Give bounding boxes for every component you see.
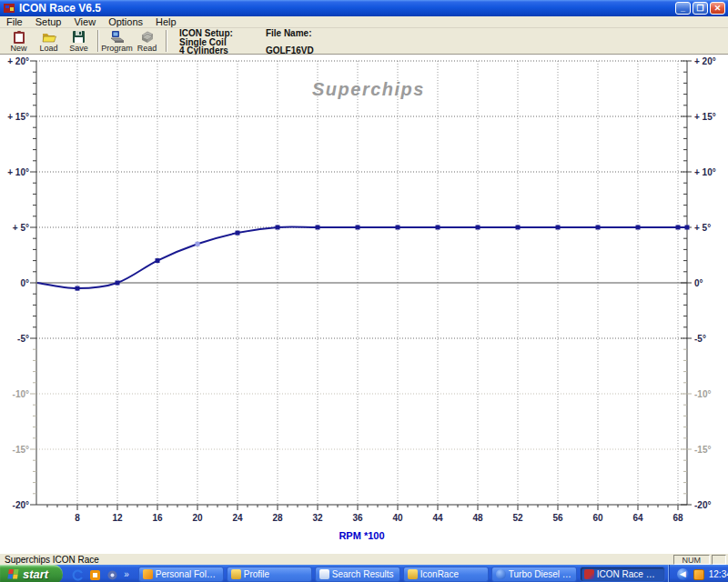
- y-axis-label-left: + 20°: [7, 56, 29, 66]
- hide-tray-icons-button[interactable]: ◀: [677, 568, 689, 580]
- x-axis-label: 64: [632, 513, 643, 523]
- taskbar-task-iconrace-folder[interactable]: IconRace: [403, 567, 489, 582]
- superchips-watermark: Superchips: [312, 79, 425, 99]
- quick-launch-bar: »: [66, 568, 136, 580]
- y-axis-label-left: 0°: [20, 278, 29, 288]
- toolbar-separator: [166, 30, 167, 52]
- system-tray: ◀ 12:34: [668, 565, 728, 582]
- file-name-label: File Name:: [266, 29, 314, 38]
- read-button[interactable]: Read: [132, 28, 162, 54]
- chart-data-point[interactable]: [436, 226, 440, 230]
- y-axis-label-left: -5°: [17, 334, 29, 344]
- x-axis-label: 12: [112, 513, 123, 523]
- taskbar-task-search-results[interactable]: Search Results: [315, 567, 400, 582]
- new-button-label: New: [10, 45, 26, 53]
- taskbar: start » P: [0, 565, 728, 582]
- save-button[interactable]: Save: [64, 28, 94, 54]
- chart-data-point[interactable]: [676, 226, 681, 230]
- taskbar-task-personal-folders[interactable]: Personal Folders - Mic...: [138, 567, 224, 582]
- y-axis-label-right: + 5°: [694, 223, 711, 233]
- taskbar-task-profile[interactable]: Profile: [227, 567, 312, 582]
- start-button[interactable]: start: [0, 565, 63, 582]
- new-button[interactable]: New: [4, 28, 34, 54]
- chart-data-point[interactable]: [276, 226, 280, 230]
- mail-app-icon[interactable]: [89, 568, 101, 580]
- chart-data-point[interactable]: [116, 281, 120, 286]
- x-axis-label: 68: [672, 513, 683, 523]
- load-button[interactable]: Load: [34, 28, 64, 54]
- internet-browser-icon[interactable]: [72, 568, 84, 580]
- outlook-icon: [143, 569, 153, 579]
- status-bar: Superchips ICON Race NUM: [0, 553, 728, 565]
- internet-explorer-icon: [496, 569, 506, 579]
- chart-data-point[interactable]: [556, 226, 561, 230]
- taskbar-task-turbo-diesel[interactable]: Turbo Diesel - Windo...: [491, 567, 577, 582]
- chart-data-point[interactable]: [76, 286, 80, 291]
- toolbar-separator: [97, 30, 98, 52]
- file-name-info: File Name: GOLF16VD: [266, 29, 314, 54]
- open-folder-icon: [41, 29, 57, 45]
- x-axis-label: 60: [592, 513, 603, 523]
- taskbar-task-icon-race-active[interactable]: ICON Race V6.5: [580, 567, 665, 582]
- quick-launch-overflow-chevron[interactable]: »: [124, 570, 129, 579]
- tray-app-icon[interactable]: [693, 569, 704, 580]
- chart-data-point[interactable]: [476, 226, 480, 230]
- program-button[interactable]: Program: [102, 28, 132, 54]
- windows-logo-icon: [6, 568, 19, 581]
- menu-help[interactable]: Help: [149, 16, 183, 28]
- folder-icon: [408, 569, 418, 579]
- x-axis-label: 44: [432, 513, 443, 523]
- title-bar[interactable]: ICON Race V6.5 _ ❐ ✕: [0, 0, 728, 16]
- clock: 12:34: [709, 569, 728, 579]
- x-axis-label: 8: [75, 513, 80, 523]
- app-window: ICON Race V6.5 _ ❐ ✕ File Setup View Opt…: [0, 0, 728, 582]
- y-axis-label-right: + 10°: [694, 167, 716, 177]
- chart-data-point[interactable]: [396, 226, 400, 230]
- chart-data-point[interactable]: [356, 226, 360, 230]
- y-axis-label-left: -10°: [13, 389, 29, 399]
- chart-data-point[interactable]: [636, 226, 641, 230]
- y-axis-label-left: + 15°: [7, 112, 29, 122]
- x-axis-label: 52: [512, 513, 523, 523]
- y-axis-label-left: -15°: [13, 445, 29, 455]
- num-lock-indicator: NUM: [673, 555, 711, 565]
- y-axis-label-left: + 5°: [13, 223, 29, 233]
- chart-data-point[interactable]: [236, 231, 240, 236]
- chart-data-point-selected[interactable]: [196, 242, 200, 246]
- icon-race-app-icon: [584, 569, 594, 579]
- x-axis-label: 24: [232, 513, 243, 523]
- x-axis-label: 20: [192, 513, 203, 523]
- restore-button[interactable]: ❐: [693, 2, 708, 15]
- close-button[interactable]: ✕: [710, 2, 725, 15]
- timing-map-chart[interactable]: + 20°+ 20°+ 15°+ 15°+ 10°+ 10°+ 5°+ 5°0°…: [0, 55, 728, 553]
- chart-data-point[interactable]: [596, 226, 601, 230]
- x-axis-label: 56: [552, 513, 563, 523]
- chip-reader-icon: [139, 29, 156, 45]
- status-text: Superchips ICON Race: [5, 555, 99, 565]
- load-button-label: Load: [39, 45, 57, 53]
- menu-file[interactable]: File: [0, 16, 29, 28]
- menu-options[interactable]: Options: [102, 16, 149, 28]
- menu-view[interactable]: View: [67, 16, 102, 28]
- chart-area: + 20°+ 20°+ 15°+ 15°+ 10°+ 10°+ 5°+ 5°0°…: [0, 55, 728, 553]
- y-axis-label-right: -20°: [694, 500, 711, 510]
- y-axis-label-right: -10°: [694, 389, 711, 399]
- y-axis-label-right: 0°: [694, 278, 703, 288]
- chart-data-point[interactable]: [156, 258, 160, 263]
- timing-curve: [37, 227, 687, 289]
- x-axis-label: 28: [272, 513, 283, 523]
- read-button-label: Read: [137, 45, 157, 53]
- x-axis-label: 36: [352, 513, 363, 523]
- media-app-icon[interactable]: [106, 568, 118, 580]
- chart-data-point[interactable]: [685, 226, 690, 230]
- x-axis-label: 32: [312, 513, 323, 523]
- y-axis-label-right: + 15°: [694, 112, 716, 122]
- window-title: ICON Race V6.5: [19, 2, 101, 15]
- chart-data-point[interactable]: [516, 226, 521, 230]
- search-results-icon: [319, 569, 329, 579]
- menu-setup[interactable]: Setup: [29, 16, 68, 28]
- folder-icon: [231, 569, 241, 579]
- chart-data-point[interactable]: [316, 226, 320, 230]
- start-button-label: start: [23, 567, 48, 581]
- minimize-button[interactable]: _: [675, 2, 691, 15]
